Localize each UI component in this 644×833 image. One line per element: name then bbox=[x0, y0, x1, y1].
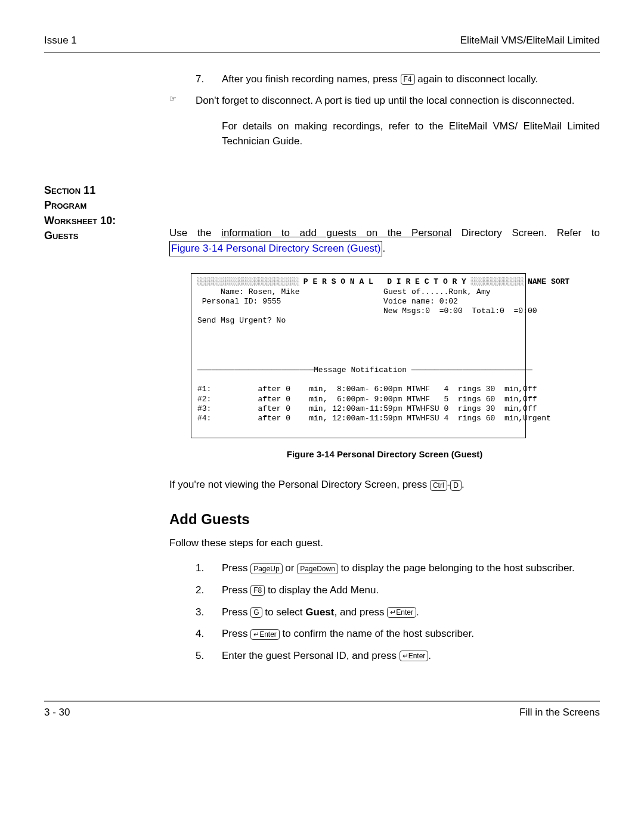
header-left: Issue 1 bbox=[44, 33, 77, 48]
step-body: After you finish recording names, press … bbox=[222, 72, 600, 87]
key-pageup: PageUp bbox=[250, 563, 282, 574]
step-number: 7. bbox=[196, 72, 222, 87]
note-icon: ☞ bbox=[169, 94, 196, 109]
key-enter: ↵Enter bbox=[400, 651, 429, 661]
figure-link-box[interactable]: Figure 3-14 Personal Directory Screen (G… bbox=[169, 241, 382, 257]
key-d: D bbox=[450, 480, 462, 491]
step-7: 7. After you finish recording names, pre… bbox=[169, 72, 600, 87]
figure-screen: ░░░░░░░░░░░░░░░░░░░░░░░░░ P E R S O N A … bbox=[191, 273, 526, 438]
page: Issue 1 EliteMail VMS/EliteMail Limited … bbox=[44, 33, 600, 720]
footer-left: 3 - 30 bbox=[44, 705, 70, 720]
figure-caption: Figure 3-14 Personal Directory Screen (G… bbox=[169, 448, 600, 461]
figure-link[interactable]: Figure 3-14 Personal Directory Screen (G… bbox=[171, 243, 380, 254]
step-4: 4. Press ↵Enter to confirm the name of t… bbox=[169, 627, 600, 642]
key-f4: F4 bbox=[401, 74, 415, 85]
key-enter: ↵Enter bbox=[387, 607, 416, 618]
footer-right: Fill in the Screens bbox=[519, 705, 600, 720]
key-g: G bbox=[250, 607, 262, 618]
step-5: 5. Enter the guest Personal ID, and pres… bbox=[169, 649, 600, 664]
key-enter: ↵Enter bbox=[250, 629, 280, 640]
add-guests-heading: Add Guests bbox=[169, 509, 600, 530]
page-footer: 3 - 30 Fill in the Screens bbox=[44, 701, 600, 720]
follow-steps: Follow these steps for each guest. bbox=[169, 536, 600, 551]
not-viewing-paragraph: If you're not viewing the Personal Direc… bbox=[169, 478, 600, 493]
section-block: Section 11 Program Worksheet 10: Guests … bbox=[44, 183, 600, 670]
key-pagedown: PageDown bbox=[297, 563, 338, 574]
details-paragraph: For details on making recordings, refer … bbox=[222, 119, 600, 148]
page-header: Issue 1 EliteMail VMS/EliteMail Limited bbox=[44, 33, 600, 53]
note: ☞ Don't forget to disconnect. A port is … bbox=[169, 94, 600, 109]
guests-paragraph: Use the information to add guests on the… bbox=[169, 226, 600, 256]
header-right: EliteMail VMS/EliteMail Limited bbox=[460, 33, 600, 48]
key-f8: F8 bbox=[250, 585, 265, 596]
section-heading: Section 11 Program Worksheet 10: Guests bbox=[44, 183, 157, 243]
step-1: 1. Press PageUp or PageDown to display t… bbox=[169, 561, 600, 576]
top-block: 7. After you finish recording names, pre… bbox=[44, 72, 600, 160]
step-2: 2. Press F8 to display the Add Menu. bbox=[169, 583, 600, 598]
step-3: 3. Press G to select Guest, and press ↵E… bbox=[169, 605, 600, 620]
note-body: Don't forget to disconnect. A port is ti… bbox=[196, 94, 600, 109]
key-ctrl: Ctrl bbox=[430, 480, 447, 491]
